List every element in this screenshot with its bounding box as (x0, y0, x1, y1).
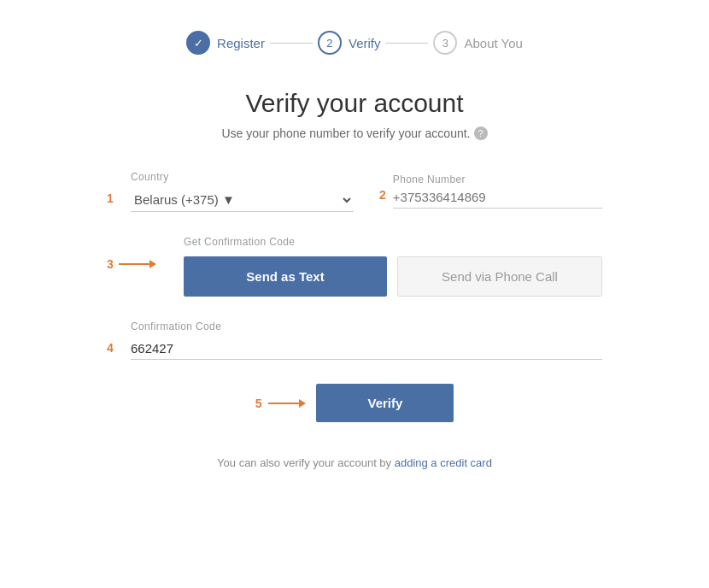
country-select[interactable]: Belarus (+375) ▼ (131, 188, 354, 212)
country-label: Country (131, 171, 354, 183)
svg-marker-1 (149, 260, 156, 268)
phone-label: Phone Number (393, 173, 466, 185)
buttons-group-wrapper: Get Confirmation Code Send as Text Send … (184, 236, 602, 297)
bottom-text: You can also verify your account by addi… (107, 456, 602, 469)
main-content: Verify your account Use your phone numbe… (0, 89, 709, 469)
country-phone-row: 1 Country Belarus (+375) ▼ 2 Phone Numbe… (107, 171, 602, 212)
buttons-group: Send as Text Send via Phone Call (184, 256, 602, 297)
step-about-circle: 3 (433, 31, 457, 55)
step-verify-circle: 2 (318, 31, 342, 55)
step-register-circle: ✓ (186, 31, 210, 55)
send-call-button[interactable]: Send via Phone Call (397, 256, 602, 297)
svg-marker-3 (299, 399, 306, 408)
step-verify-label: Verify (349, 36, 381, 50)
step-about-number: 3 (442, 37, 448, 50)
help-icon[interactable]: ? (474, 126, 488, 140)
confirmation-code-label: Get Confirmation Code (184, 236, 602, 248)
checkmark-icon: ✓ (194, 37, 203, 50)
step-register-label: Register (217, 36, 265, 50)
code-input-row: 4 Confirmation Code (107, 320, 602, 360)
step-num-2: 2 (379, 188, 386, 209)
phone-field-col: 2 Phone Number (379, 171, 602, 212)
confirmation-code-input[interactable] (131, 338, 602, 360)
step-verify: 2 Verify (318, 31, 381, 55)
step-about-label: About You (464, 36, 522, 50)
form-area: 1 Country Belarus (+375) ▼ 2 Phone Numbe… (107, 171, 602, 469)
step-about: 3 About You (433, 31, 522, 55)
arrow-icon-3 (119, 256, 156, 272)
step-register: ✓ Register (186, 31, 265, 55)
step-line-1 (270, 43, 313, 44)
page-title: Verify your account (245, 89, 463, 118)
step-line-2 (385, 43, 428, 44)
step-num-5: 5 (255, 397, 262, 410)
credit-card-link[interactable]: adding a credit card (395, 456, 492, 469)
bottom-prefix: You can also verify your account by (217, 456, 395, 469)
code-label: Confirmation Code (131, 320, 602, 332)
page-subtitle: Use your phone number to verify your acc… (221, 126, 487, 140)
verify-row: 5 Verify (107, 384, 602, 422)
step-num-4: 4 (107, 320, 131, 355)
step-verify-number: 2 (326, 37, 332, 50)
step-num-1: 1 (107, 171, 131, 205)
send-text-button[interactable]: Send as Text (184, 256, 387, 297)
stepper: ✓ Register 2 Verify 3 About You (186, 31, 523, 55)
arrow-icon-5 (268, 396, 306, 411)
country-field-col: Country Belarus (+375) ▼ (131, 171, 354, 212)
fields-two-col: Country Belarus (+375) ▼ 2 Phone Number (131, 171, 602, 212)
confirmation-code-row: 3 Get Confirmation Code Send as Text Sen… (107, 236, 602, 297)
verify-button[interactable]: Verify (316, 384, 454, 422)
step-num-3: 3 (107, 257, 114, 271)
phone-input[interactable] (393, 186, 602, 209)
subtitle-text: Use your phone number to verify your acc… (221, 126, 470, 140)
code-field-group: Confirmation Code (131, 320, 602, 360)
